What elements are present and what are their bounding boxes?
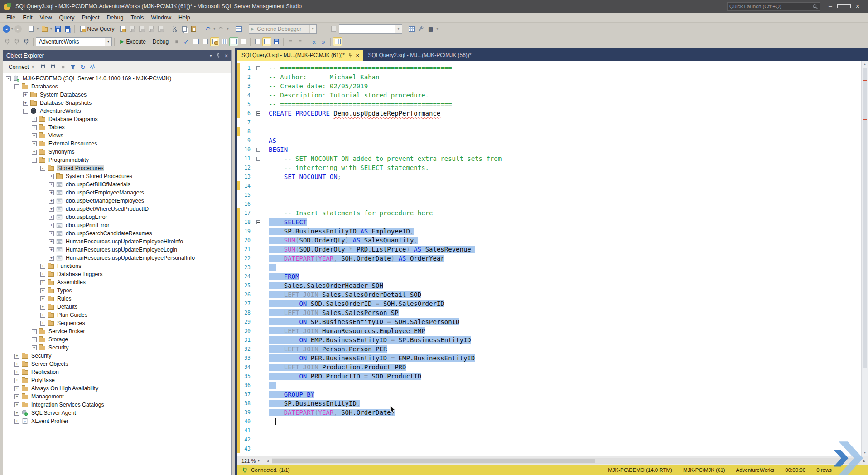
tree-item[interactable]: +HumanResources.uspUpdateEmployeeHireInf… <box>3 238 231 246</box>
connect-button[interactable]: Connect▾ <box>5 63 38 71</box>
editor-tab[interactable]: SQLQuery2.sql - MJ...(MJK-PC\MJK (56))* <box>364 50 475 61</box>
comment-lines-icon[interactable]: ≡ <box>286 37 295 46</box>
tree-item[interactable]: +SQL Server Agent <box>3 409 231 417</box>
expand-icon[interactable]: + <box>32 337 37 342</box>
sql-editor[interactable]: ▴ ▾ 1-- ================================… <box>237 61 868 456</box>
tree-item[interactable]: +Database Diagrams <box>3 115 231 123</box>
collapse-icon[interactable]: - <box>40 166 45 171</box>
stop-icon[interactable]: ■ <box>58 63 68 72</box>
close-button[interactable]: ✕ <box>851 0 864 12</box>
new-query-button[interactable]: New Query <box>77 25 118 33</box>
dropdown-caret-icon[interactable]: ▾ <box>213 27 217 31</box>
tree-item[interactable]: +Replication <box>3 368 231 376</box>
connect-db-icon[interactable] <box>3 37 12 46</box>
expand-icon[interactable]: + <box>40 272 45 277</box>
activity-icon[interactable] <box>88 63 97 72</box>
tree-item[interactable]: +dbo.uspGetEmployeeManagers <box>3 189 231 197</box>
expand-icon[interactable]: + <box>23 101 28 106</box>
close-tab-icon[interactable]: ✕ <box>356 53 359 58</box>
tree-item[interactable]: +External Resources <box>3 140 231 148</box>
sqlcmd-mode-icon[interactable] <box>333 37 342 46</box>
scroll-down-icon[interactable]: ▾ <box>862 449 868 456</box>
debug-button[interactable]: Debug <box>149 38 172 46</box>
tree-item[interactable]: +Integration Services Catalogs <box>3 401 231 409</box>
expand-icon[interactable]: + <box>32 117 37 122</box>
connect-new-plug-icon[interactable] <box>48 63 58 72</box>
tree-item[interactable]: +Storage <box>3 335 231 344</box>
expand-icon[interactable]: + <box>40 264 45 269</box>
window-layout-icon[interactable] <box>407 24 416 34</box>
analysis-mdx-query-icon[interactable] <box>128 24 137 34</box>
database-engine-query-icon[interactable] <box>118 24 127 34</box>
menu-item-debug[interactable]: Debug <box>103 14 127 22</box>
expand-icon[interactable]: + <box>40 288 45 293</box>
change-connection-icon[interactable] <box>22 37 31 46</box>
window-position-icon[interactable]: ▾ <box>210 53 212 58</box>
scrollbar-thumb[interactable] <box>863 68 867 368</box>
paste-icon[interactable] <box>189 24 198 34</box>
expand-icon[interactable]: + <box>49 247 54 252</box>
include-client-statistics-icon[interactable] <box>220 37 229 46</box>
tree-item[interactable]: -Stored Procedures <box>3 164 231 172</box>
menu-item-query[interactable]: Query <box>56 14 78 22</box>
quick-launch-input[interactable] <box>729 4 812 9</box>
expand-icon[interactable]: + <box>14 378 19 383</box>
undo-icon[interactable]: ↶ <box>203 24 212 34</box>
expand-icon[interactable]: + <box>14 411 19 416</box>
minimize-button[interactable]: ─ <box>824 0 837 12</box>
tree-item[interactable]: +System Stored Procedures <box>3 172 231 180</box>
expand-icon[interactable]: + <box>14 402 19 407</box>
menu-item-project[interactable]: Project <box>78 14 103 22</box>
tree-item[interactable]: +dbo.uspPrintError <box>3 221 231 229</box>
expand-icon[interactable]: + <box>49 190 54 195</box>
expand-icon[interactable]: + <box>49 207 54 212</box>
redo-icon[interactable]: ↷ <box>217 24 226 34</box>
analysis-dmx-query-icon[interactable] <box>137 24 146 34</box>
scroll-up-icon[interactable]: ▴ <box>862 61 868 68</box>
dropdown-caret-icon[interactable]: ▾ <box>226 27 230 31</box>
expand-icon[interactable]: + <box>14 354 19 359</box>
dropdown-caret-icon[interactable]: ▾ <box>36 27 40 31</box>
restore-button[interactable] <box>837 0 851 12</box>
expand-icon[interactable]: + <box>49 239 54 244</box>
stop-icon[interactable]: ■ <box>172 37 181 46</box>
database-combo[interactable]: AdventureWorks▾ <box>36 37 112 46</box>
cut-icon[interactable] <box>170 24 179 34</box>
dropdown-caret-icon[interactable]: ▾ <box>10 27 14 31</box>
tree-item[interactable]: +dbo.uspSearchCandidateResumes <box>3 229 231 238</box>
dropdown-caret-icon[interactable]: ▾ <box>436 27 439 31</box>
tree-item[interactable]: -AdventureWorks <box>3 107 231 115</box>
expand-icon[interactable]: + <box>40 321 45 326</box>
expand-icon[interactable]: + <box>49 231 54 236</box>
properties-window-icon[interactable] <box>417 24 426 34</box>
increase-indent-icon[interactable]: » <box>319 37 328 46</box>
tree-item[interactable]: -MJK-PC\DEMO (SQL Server 14.0.1000.169 -… <box>3 74 231 82</box>
display-estimated-plan-icon[interactable] <box>191 37 200 46</box>
results-to-text-icon[interactable] <box>253 37 262 46</box>
tree-item[interactable]: +Management <box>3 393 231 401</box>
tree-item[interactable]: +Service Broker <box>3 327 231 335</box>
expand-icon[interactable]: + <box>32 133 37 138</box>
results-to-file-icon[interactable] <box>272 37 281 46</box>
menu-item-window[interactable]: Window <box>148 14 175 22</box>
expand-icon[interactable]: + <box>40 305 45 310</box>
tree-item[interactable]: +Synonyms <box>3 148 231 156</box>
collapse-region-icon[interactable] <box>256 148 260 152</box>
close-panel-icon[interactable]: ✕ <box>225 53 228 58</box>
collapse-icon[interactable]: - <box>23 109 28 114</box>
collapse-region-icon[interactable] <box>256 66 260 70</box>
tree-item[interactable]: +Security <box>3 344 231 352</box>
vertical-scrollbar[interactable]: ▴ ▾ <box>861 61 868 456</box>
menu-item-tools[interactable]: Tools <box>127 14 147 22</box>
tree-item[interactable]: +HumanResources.uspUpdateEmployeeLogin <box>3 246 231 254</box>
expand-icon[interactable]: + <box>14 362 19 367</box>
collapse-region-icon[interactable] <box>256 157 260 161</box>
menu-item-help[interactable]: Help <box>175 14 194 22</box>
tree-item[interactable]: +Database Triggers <box>3 270 231 278</box>
expand-icon[interactable]: + <box>23 92 28 97</box>
tree-item[interactable]: +Sequences <box>3 319 231 327</box>
tree-item[interactable]: +Views <box>3 131 231 140</box>
expand-icon[interactable]: + <box>40 280 45 285</box>
save-all-icon[interactable] <box>63 24 72 34</box>
execute-button[interactable]: ▶Execute <box>117 38 149 46</box>
